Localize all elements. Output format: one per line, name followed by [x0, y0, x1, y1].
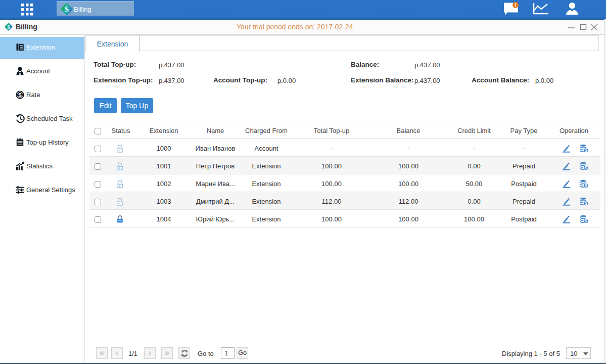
svg-text:$: $: [585, 148, 587, 153]
svg-text:!: !: [515, 2, 517, 8]
svg-text:$: $: [585, 201, 587, 206]
svg-text:$: $: [65, 5, 69, 14]
svg-text:$: $: [18, 92, 22, 98]
svg-text:$: $: [585, 183, 587, 188]
svg-text:$: $: [585, 218, 587, 223]
svg-text:$: $: [7, 24, 10, 30]
svg-text:$: $: [585, 165, 587, 170]
